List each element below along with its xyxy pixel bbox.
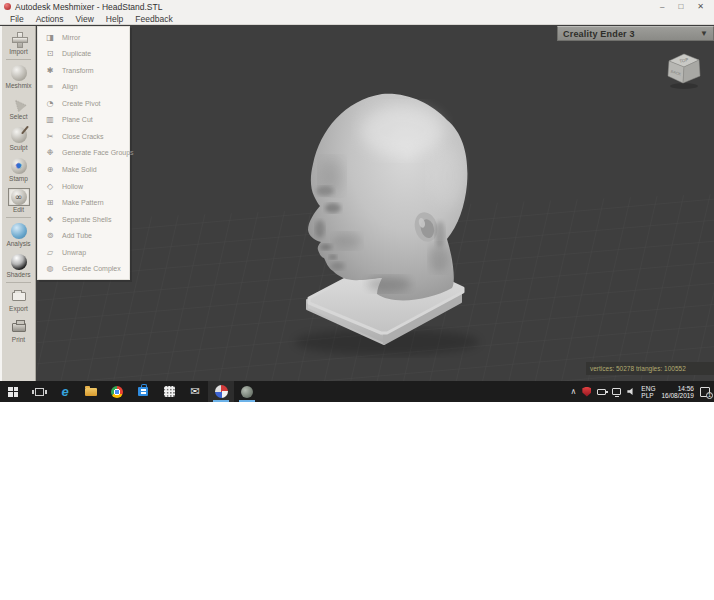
edit-menu-add-tube[interactable]: ⊚Add Tube [38,227,129,244]
menu-help[interactable]: Help [100,14,129,24]
tool-analysis[interactable]: Analysis [2,219,35,250]
tray-expand-chevron[interactable]: ∧ [571,387,577,396]
stamp-icon: ✹ [11,157,27,175]
store-button[interactable] [130,381,156,402]
toolbar-separator [6,217,31,218]
tool-sculpt[interactable]: Sculpt [2,123,35,154]
edit-menu-separate-shells[interactable]: ❖Separate Shells [38,211,129,228]
apps-grid-button[interactable] [156,381,182,402]
tool-edit[interactable]: ∞ Edit [2,185,35,216]
language-indicator[interactable]: ENG PLP [641,385,655,399]
edit-menu-make-pattern[interactable]: ⊞Make Pattern [38,194,129,211]
export-icon [12,287,26,305]
view-cube[interactable]: TOP BACK [662,48,708,92]
hollow-icon: ◇ [43,182,57,191]
create-pivot-icon: ◔ [43,99,57,108]
clock[interactable]: 14:56 16/08/2019 [661,385,694,399]
edit-menu-plane-cut[interactable]: ▥Plane Cut [38,112,129,129]
tool-import[interactable]: Import [2,27,35,58]
edit-menu-popup: ◨Mirror ⊡Duplicate ✱Transform ≡Align ◔Cr… [37,26,130,280]
unwrap-icon: ▱ [43,248,57,257]
tool-meshmix[interactable]: Meshmix [2,61,35,92]
edit-menu-close-cracks[interactable]: ✂Close Cracks [38,128,129,145]
menu-feedback[interactable]: Feedback [129,14,178,24]
system-tray: ∧ ENG PLP 14:56 16/08/2019 1 [571,381,714,402]
analysis-icon [11,222,27,240]
tool-select[interactable]: Select [2,92,35,123]
slicer-taskbar-button[interactable] [234,381,260,402]
empty-area [0,402,714,600]
battery-icon[interactable] [597,389,606,395]
start-button[interactable] [0,381,26,402]
minimize-button[interactable]: – [660,0,664,13]
transform-icon: ✱ [43,66,57,75]
toolbar-separator [6,59,31,60]
edit-menu-hollow[interactable]: ◇Hollow [38,178,129,195]
edge-button[interactable]: e [52,381,78,402]
align-icon: ≡ [43,82,57,91]
menu-view[interactable]: View [70,14,100,24]
window-controls: – □ ✕ [660,0,710,13]
active-app-indicator [213,400,229,402]
printer-selector[interactable]: Creality Ender 3 ▼ [557,26,714,41]
action-center-icon[interactable]: 1 [700,387,710,397]
menu-file[interactable]: File [4,14,30,24]
make-pattern-icon: ⊞ [43,198,57,207]
chrome-button[interactable] [104,381,130,402]
edge-icon: e [61,385,68,398]
chrome-icon [111,386,123,398]
apps-grid-icon [164,386,175,397]
edit-menu-transform[interactable]: ✱Transform [38,62,129,79]
edit-menu-align[interactable]: ≡Align [38,79,129,96]
active-app-indicator [239,400,255,402]
shaders-icon [11,253,27,271]
generate-face-groups-icon: ❉ [43,148,57,157]
duplicate-icon: ⊡ [43,49,57,58]
notification-badge: 1 [706,392,713,399]
mail-icon: ✉ [190,386,199,397]
edit-menu-unwrap[interactable]: ▱Unwrap [38,244,129,261]
speaker-icon[interactable] [627,388,635,396]
network-icon[interactable] [612,388,621,395]
maximize-button[interactable]: □ [678,0,683,13]
file-explorer-button[interactable] [78,381,104,402]
edit-menu-generate-complex[interactable]: ◍Generate Complex [38,260,129,277]
edit-menu-make-solid[interactable]: ⊕Make Solid [38,161,129,178]
edit-menu-duplicate[interactable]: ⊡Duplicate [38,46,129,63]
printer-name: Creality Ender 3 [563,29,635,39]
meshmixer-icon [215,385,228,398]
edit-menu-generate-face-groups[interactable]: ❉Generate Face Groups [38,145,129,162]
tray-date: 16/08/2019 [661,392,694,399]
task-view-button[interactable] [26,381,52,402]
antivirus-shield-icon[interactable] [582,387,591,397]
mesh-stats: vertices: 50278 triangles: 100552 [586,362,714,375]
meshmix-icon [11,64,27,82]
window-title: Autodesk Meshmixer - HeadStand.STL [15,2,162,12]
meshmixer-window: Autodesk Meshmixer - HeadStand.STL – □ ✕… [0,0,714,402]
title-bar: Autodesk Meshmixer - HeadStand.STL – □ ✕ [0,0,714,13]
edit-menu-mirror[interactable]: ◨Mirror [38,29,129,46]
generate-complex-icon: ◍ [43,264,57,273]
tool-print[interactable]: Print [2,315,35,346]
menu-bar: File Actions View Help Feedback [0,13,714,25]
tool-export[interactable]: Export [2,284,35,315]
head-model-scene [37,26,714,381]
tool-shaders[interactable]: Shaders [2,250,35,281]
viewport-3d[interactable]: Creality Ender 3 ▼ TOP BACK vertices: 50… [37,26,714,381]
meshmixer-app-icon [4,3,11,10]
meshmixer-taskbar-button[interactable] [208,381,234,402]
tool-stamp[interactable]: ✹ Stamp [2,154,35,185]
add-tube-icon: ⊚ [43,231,57,240]
mirror-icon: ◨ [43,33,57,42]
edit-icon: ∞ [8,188,30,206]
mail-button[interactable]: ✉ [182,381,208,402]
import-icon [12,30,26,48]
sculpt-icon [11,126,27,144]
screen: Autodesk Meshmixer - HeadStand.STL – □ ✕… [0,0,714,600]
menu-actions[interactable]: Actions [30,14,70,24]
tray-time: 14:56 [678,385,694,392]
edit-menu-create-pivot[interactable]: ◔Create Pivot [38,95,129,112]
print-icon [12,318,26,336]
close-cracks-icon: ✂ [43,132,57,141]
close-button[interactable]: ✕ [697,0,704,13]
